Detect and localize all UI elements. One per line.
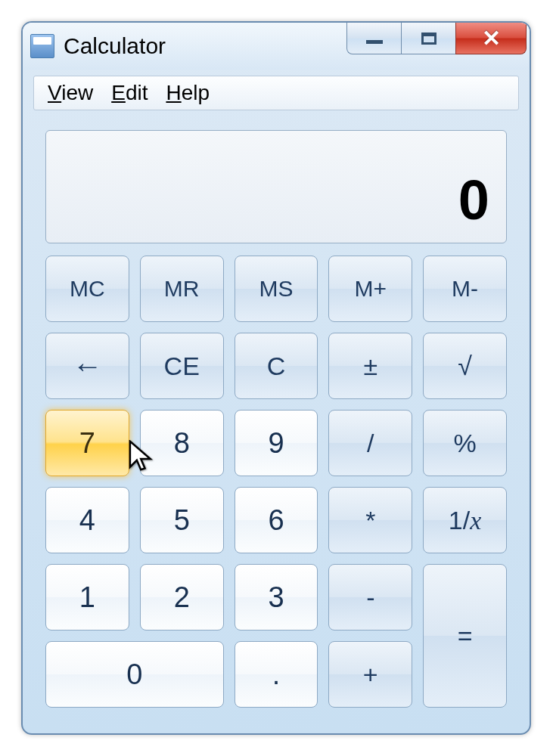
- close-icon: ✕: [482, 27, 501, 50]
- ms-button[interactable]: MS: [235, 256, 318, 322]
- mplus-button[interactable]: M+: [328, 256, 412, 322]
- app-icon: [30, 34, 54, 58]
- plusminus-button[interactable]: ±: [328, 333, 412, 399]
- sqrt-button[interactable]: √: [423, 333, 507, 399]
- minimize-button[interactable]: [346, 23, 401, 54]
- ce-button[interactable]: CE: [140, 333, 224, 399]
- menu-view[interactable]: View: [48, 81, 93, 105]
- add-button[interactable]: +: [328, 641, 412, 708]
- digit-2-button[interactable]: 2: [140, 564, 224, 631]
- display-value: 0: [458, 168, 489, 232]
- backspace-icon: ←: [72, 349, 102, 383]
- divide-button[interactable]: /: [328, 410, 412, 476]
- percent-button[interactable]: %: [423, 410, 507, 476]
- reciprocal-label: 1/x: [449, 506, 481, 535]
- digit-1-button[interactable]: 1: [45, 564, 129, 631]
- subtract-button[interactable]: -: [328, 564, 412, 631]
- equals-button[interactable]: =: [423, 564, 507, 708]
- digit-0-button[interactable]: 0: [45, 641, 224, 708]
- menu-help-rest: elp: [182, 81, 210, 104]
- maximize-icon: [421, 33, 436, 45]
- backspace-button[interactable]: ←: [45, 333, 129, 399]
- maximize-button[interactable]: [401, 23, 455, 54]
- multiply-button[interactable]: *: [328, 487, 412, 553]
- menu-edit[interactable]: Edit: [111, 81, 148, 105]
- digit-4-button[interactable]: 4: [45, 487, 129, 553]
- digit-3-button[interactable]: 3: [235, 564, 318, 631]
- reciprocal-button[interactable]: 1/x: [423, 487, 507, 553]
- menu-edit-rest: dit: [126, 81, 148, 104]
- display: 0: [45, 130, 507, 243]
- minimize-icon: [366, 40, 383, 44]
- window-controls: ✕: [346, 23, 527, 54]
- menubar: View Edit Help: [33, 76, 519, 110]
- digit-5-button[interactable]: 5: [140, 487, 224, 553]
- titlebar[interactable]: Calculator ✕: [23, 23, 530, 70]
- digit-6-button[interactable]: 6: [235, 487, 318, 553]
- close-button[interactable]: ✕: [455, 23, 527, 54]
- window-title: Calculator: [64, 33, 166, 59]
- c-button[interactable]: C: [235, 333, 318, 399]
- mminus-button[interactable]: M-: [423, 256, 507, 322]
- digit-8-button[interactable]: 8: [140, 410, 224, 476]
- menu-help[interactable]: Help: [166, 81, 210, 105]
- menu-view-rest: iew: [61, 81, 93, 104]
- mr-button[interactable]: MR: [140, 256, 224, 322]
- button-grid: MC MR MS M+ M- ← CE C ± √ 7 8 9 / % 4 5 …: [45, 256, 507, 708]
- decimal-button[interactable]: .: [235, 641, 318, 708]
- calculator-window: Calculator ✕ View Edit Help 0 MC MR MS M…: [21, 21, 531, 735]
- digit-9-button[interactable]: 9: [235, 410, 318, 476]
- digit-7-button[interactable]: 7: [45, 410, 129, 476]
- mc-button[interactable]: MC: [45, 256, 129, 322]
